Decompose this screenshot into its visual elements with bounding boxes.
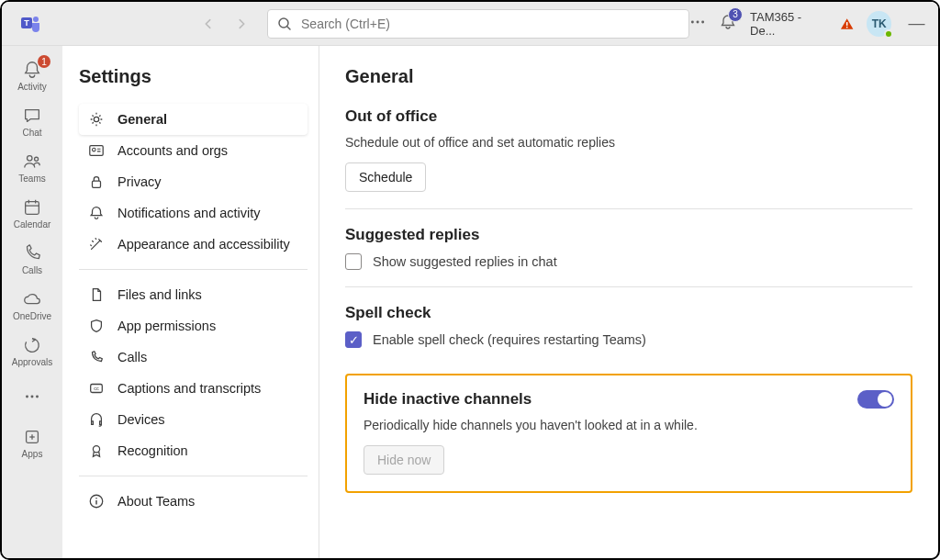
app-rail: 1 Activity Chat Teams Calendar Calls One… <box>2 46 62 558</box>
spell-checkbox[interactable]: ✓ <box>345 331 362 348</box>
nav-app-permissions[interactable]: App permissions <box>79 310 308 342</box>
captions-icon: cc <box>88 380 105 397</box>
rail-chat[interactable]: Chat <box>5 99 60 143</box>
approvals-icon <box>22 335 42 355</box>
minimize-button[interactable]: — <box>904 14 929 33</box>
people-icon <box>22 151 42 172</box>
hide-toggle[interactable] <box>857 390 894 409</box>
more-horizontal-icon <box>22 386 42 407</box>
chat-icon <box>22 106 42 126</box>
nav-calls[interactable]: Calls <box>79 342 308 373</box>
warning-icon <box>840 17 854 31</box>
svg-point-30 <box>93 446 99 453</box>
svg-point-6 <box>697 20 699 23</box>
nav-about[interactable]: About Teams <box>79 486 308 517</box>
sugg-checkbox-label: Show suggested replies in chat <box>373 254 557 269</box>
notifications-badge: 3 <box>728 7 743 22</box>
more-horizontal-icon <box>689 14 706 30</box>
bell-icon <box>88 205 105 221</box>
rail-approvals[interactable]: Approvals <box>5 329 60 373</box>
activity-badge: 1 <box>38 55 50 68</box>
spell-checkbox-label: Enable spell check (requires restarting … <box>373 332 646 347</box>
svg-point-5 <box>691 20 694 23</box>
page-title: General <box>345 66 912 87</box>
nav-captions[interactable]: cc Captions and transcripts <box>79 373 308 404</box>
rail-more[interactable] <box>5 375 60 419</box>
nav-appearance[interactable]: Appearance and accessibility <box>79 229 308 260</box>
svg-text:T: T <box>24 18 29 28</box>
magic-wand-icon <box>88 236 105 252</box>
more-button[interactable] <box>689 14 706 34</box>
svg-rect-9 <box>846 26 848 28</box>
info-icon <box>88 493 105 510</box>
svg-point-33 <box>95 498 97 499</box>
sugg-checkbox[interactable] <box>345 253 362 270</box>
cloud-icon <box>22 289 42 309</box>
calendar-icon <box>22 197 42 218</box>
file-icon <box>88 286 105 303</box>
svg-rect-8 <box>846 22 848 26</box>
nav-files[interactable]: Files and links <box>79 279 308 310</box>
svg-point-7 <box>701 20 704 23</box>
avatar-initials: TK <box>872 17 887 30</box>
rail-apps[interactable]: Apps <box>5 420 60 465</box>
nav-separator <box>79 269 308 270</box>
notifications-button[interactable]: 3 <box>719 13 737 35</box>
history-nav <box>196 11 254 37</box>
rail-calls[interactable]: Calls <box>5 237 60 281</box>
nav-recognition[interactable]: Recognition <box>79 435 308 466</box>
nav-accounts[interactable]: Accounts and orgs <box>79 135 308 166</box>
header-right: 3 TAM365 - De... TK — <box>689 10 929 38</box>
settings-content: General Out of office Schedule out of of… <box>319 46 938 558</box>
toggle-knob <box>878 392 892 407</box>
svg-point-22 <box>94 117 98 121</box>
rail-calendar[interactable]: Calendar <box>5 191 60 235</box>
lock-icon <box>88 174 105 190</box>
back-button[interactable] <box>196 11 221 37</box>
svg-point-18 <box>36 396 39 398</box>
ribbon-icon <box>88 442 105 459</box>
presence-indicator <box>884 29 893 39</box>
nav-separator <box>79 476 308 476</box>
gear-icon <box>88 111 105 128</box>
forward-button[interactable] <box>229 11 254 37</box>
search-input[interactable] <box>301 17 679 31</box>
search-icon <box>277 17 292 31</box>
nav-notifications[interactable]: Notifications and activity <box>79 197 308 229</box>
rail-teams[interactable]: Teams <box>5 145 60 189</box>
hide-desc: Periodically hide channels you haven't l… <box>364 418 894 432</box>
settings-sidebar: Settings General Accounts and orgs Priva… <box>62 46 319 558</box>
id-card-icon <box>88 142 105 159</box>
settings-title: Settings <box>79 66 308 87</box>
rail-activity[interactable]: 1 Activity <box>5 53 60 97</box>
nav-general[interactable]: General <box>79 104 308 135</box>
schedule-button[interactable]: Schedule <box>345 162 426 192</box>
section-hide-inactive: Hide inactive channels Periodically hide… <box>345 374 912 493</box>
svg-rect-27 <box>93 181 101 187</box>
shield-icon <box>88 318 105 334</box>
chevron-left-icon <box>202 17 215 30</box>
phone-icon <box>22 243 42 263</box>
section-out-of-office: Out of office Schedule out of office and… <box>345 107 912 209</box>
search-box[interactable] <box>267 9 689 39</box>
chevron-right-icon <box>235 17 248 30</box>
nav-privacy[interactable]: Privacy <box>79 166 308 197</box>
svg-text:cc: cc <box>94 386 99 391</box>
nav-devices[interactable]: Devices <box>79 404 308 435</box>
section-suggested-replies: Suggested replies Show suggested replies… <box>345 226 912 287</box>
svg-rect-23 <box>90 146 103 156</box>
ooo-title: Out of office <box>345 107 912 126</box>
svg-point-17 <box>31 396 34 398</box>
phone-icon <box>88 349 105 365</box>
headset-icon <box>88 411 105 428</box>
title-bar: T 3 TAM365 - De... TK — <box>2 2 938 46</box>
svg-point-10 <box>28 155 33 161</box>
tenant-label[interactable]: TAM365 - De... <box>750 10 827 38</box>
rail-onedrive[interactable]: OneDrive <box>5 283 60 327</box>
profile-avatar[interactable]: TK <box>867 11 891 37</box>
hide-now-button[interactable]: Hide now <box>364 445 444 475</box>
svg-point-24 <box>93 148 96 151</box>
sugg-title: Suggested replies <box>345 226 912 244</box>
svg-rect-12 <box>26 201 39 214</box>
svg-point-2 <box>33 17 39 22</box>
